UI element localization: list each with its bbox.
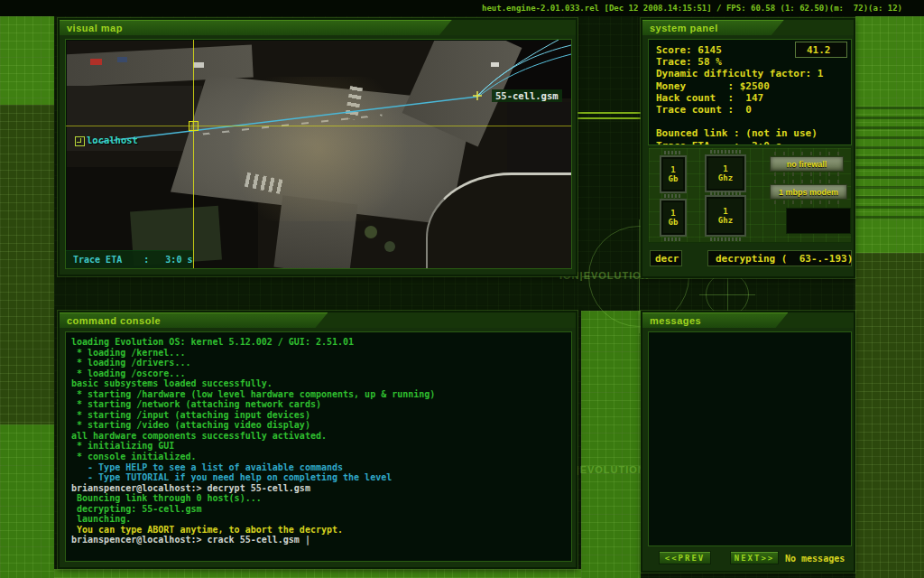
localhost-label: localhost bbox=[87, 135, 138, 145]
system-panel-titlebar: system panel bbox=[642, 20, 854, 35]
system-stat-line: Trace: 58 % bbox=[656, 56, 851, 68]
console-line: * initializing GUI bbox=[71, 441, 571, 452]
command-console-panel: command console loading Evolution OS: ke… bbox=[58, 311, 578, 569]
decrypt-status-box: decrypting ( 63-.-193) bbox=[707, 250, 852, 266]
system-stat-line: Money : $2500 bbox=[656, 80, 851, 92]
console-output[interactable]: loading Evolution OS: kernel 5.12.002 / … bbox=[65, 331, 572, 562]
engine-info-text: heut.engine-2.01.033.rel [Dec 12 2008.14… bbox=[482, 4, 902, 13]
target-host-label: 55-cell.gsm bbox=[492, 89, 562, 102]
crosshair-box-icon bbox=[189, 121, 199, 131]
background-olive-left bbox=[0, 105, 54, 424]
background-connector-line bbox=[578, 112, 642, 114]
decrypt-process-button[interactable]: decr bbox=[650, 250, 682, 266]
next-message-button[interactable]: NEXT>> bbox=[730, 551, 779, 564]
console-line: * starting /hardware (low level hardware… bbox=[71, 389, 571, 400]
console-line: - Type HELP to see a list of available c… bbox=[71, 462, 571, 473]
hardware-area: 1 Gb 1 Ghz 1 Gb 1 Ghz no firewall 1 mbps… bbox=[648, 147, 852, 243]
console-line: * starting /video (attaching video displ… bbox=[71, 420, 571, 431]
console-line: launching. bbox=[71, 514, 571, 525]
ram-chip-value: 1 bbox=[670, 209, 675, 218]
engine-status-bar: heut.engine-2.01.033.rel [Dec 12 2008.14… bbox=[0, 0, 924, 16]
visual-map-viewport: localhost 55-cell.gsm Trace ETA : 3:0 s bbox=[65, 39, 572, 269]
console-line: * console initialized. bbox=[71, 452, 571, 462]
visual-map-tab: visual map bbox=[60, 20, 452, 35]
decrypt-process-label: decr bbox=[655, 253, 679, 265]
system-stat-line: Trace count : 0 bbox=[656, 104, 851, 116]
messages-panel: messages <<PREV NEXT>> No messages bbox=[641, 311, 855, 573]
console-line: loading Evolution OS: kernel 5.12.002 / … bbox=[71, 337, 571, 348]
ram-chip-value: 1 bbox=[670, 165, 675, 174]
command-console-tab: command console bbox=[60, 312, 328, 328]
messages-title: messages bbox=[650, 315, 701, 326]
messages-tab: messages bbox=[642, 312, 788, 328]
localhost-node-icon bbox=[75, 136, 85, 146]
ram-chip-unit: Gb bbox=[669, 218, 679, 227]
visual-map-panel: visual map bbox=[58, 18, 578, 276]
console-line: brianspencer@localhost:> crack 55-cell.g… bbox=[71, 535, 571, 545]
background-bright-bottom-strip bbox=[54, 569, 581, 578]
firewall-badge-label: no firewall bbox=[787, 160, 827, 169]
console-line: * starting /network (attaching network c… bbox=[71, 399, 571, 410]
console-line: You can type ABORT anytime, to abort the… bbox=[71, 525, 571, 536]
trace-route-lines bbox=[66, 40, 571, 268]
background-olive-right bbox=[855, 253, 924, 578]
cpu-chip-unit: Ghz bbox=[718, 173, 733, 182]
trace-gauge: 41.2 bbox=[795, 42, 847, 58]
console-line: * loading /kernel... bbox=[71, 348, 571, 359]
system-stat-line: Hack count : 147 bbox=[656, 92, 851, 104]
firewall-badge: no firewall bbox=[770, 156, 844, 172]
console-lines: loading Evolution OS: kernel 5.12.002 / … bbox=[71, 337, 571, 545]
cpu-chip-value: 1 bbox=[723, 164, 727, 173]
command-console-titlebar: command console bbox=[60, 312, 576, 328]
prev-message-button[interactable]: <<PREV bbox=[659, 551, 711, 564]
crosshair-vertical-line bbox=[193, 40, 194, 268]
background-hud-ring bbox=[706, 273, 749, 316]
system-panel-title: system panel bbox=[650, 23, 718, 33]
system-stat-line bbox=[656, 116, 851, 127]
background-mid-center-gap bbox=[581, 311, 641, 578]
command-console-title: command console bbox=[67, 315, 161, 326]
cpu-chip-icon: 1 Ghz bbox=[705, 154, 746, 192]
background-connector-line bbox=[578, 117, 642, 119]
system-stats-box: Score: 6145Trace: 58 %Dynamic difficulty… bbox=[648, 39, 852, 145]
trace-gauge-value: 41.2 bbox=[807, 44, 831, 56]
console-line: * loading /oscore... bbox=[71, 368, 571, 379]
cpu-chip-unit: Ghz bbox=[718, 216, 733, 225]
ram-chip-icon: 1 Gb bbox=[660, 199, 687, 237]
console-line: brianspencer@localhost:> decrypt 55-cell… bbox=[71, 483, 571, 494]
modem-badge: 1 mbps modem bbox=[770, 184, 847, 200]
decrypt-status-text: decrypting ( 63-.-193) bbox=[716, 253, 853, 265]
cpu-chip-value: 1 bbox=[723, 207, 727, 216]
system-stat-line: Dynamic difficulty factor: 1 bbox=[656, 68, 851, 79]
cpu-chip-icon: 1 Ghz bbox=[705, 195, 746, 237]
messages-list bbox=[648, 331, 852, 546]
modem-badge-label: 1 mbps modem bbox=[779, 188, 838, 197]
background-stripes-right bbox=[855, 107, 924, 224]
visual-map-title: visual map bbox=[67, 23, 123, 33]
hardware-empty-slot bbox=[786, 208, 851, 234]
messages-status-text: No messages bbox=[785, 554, 845, 564]
crosshair-horizontal-line bbox=[66, 126, 571, 126]
console-line: all hardware components successfully act… bbox=[71, 431, 571, 442]
console-line: - Type TUTORIAL if you need help on comp… bbox=[71, 472, 571, 483]
background-bright-topleft bbox=[0, 16, 54, 105]
background-mid-left-bottom bbox=[0, 424, 54, 578]
console-line: * loading /drivers... bbox=[71, 358, 571, 368]
map-trace-eta-bar: Trace ETA : 3:0 s bbox=[66, 250, 193, 268]
system-stat-line: Bounced link : (not in use) bbox=[656, 127, 851, 139]
ram-chip-icon: 1 Gb bbox=[660, 155, 687, 193]
system-stat-line: Trace ETA : 3:0 s bbox=[656, 140, 851, 146]
map-trace-eta-text: Trace ETA : 3:0 s bbox=[73, 255, 192, 265]
console-line: Bouncing link through 0 host(s)... bbox=[71, 493, 571, 504]
visual-map-titlebar: visual map bbox=[60, 20, 576, 35]
console-line: basic subsystems loaded successfully. bbox=[71, 378, 571, 389]
system-panel-tab: system panel bbox=[642, 20, 784, 35]
system-panel: system panel Score: 6145Trace: 58 %Dynam… bbox=[641, 18, 855, 278]
system-stats-lines: Score: 6145Trace: 58 %Dynamic difficulty… bbox=[656, 44, 851, 145]
console-line: * starting /input (attaching input devic… bbox=[71, 410, 571, 421]
ram-chip-unit: Gb bbox=[669, 174, 679, 183]
messages-titlebar: messages bbox=[642, 312, 854, 328]
console-line: decrypting: 55-cell.gsm bbox=[71, 504, 571, 515]
